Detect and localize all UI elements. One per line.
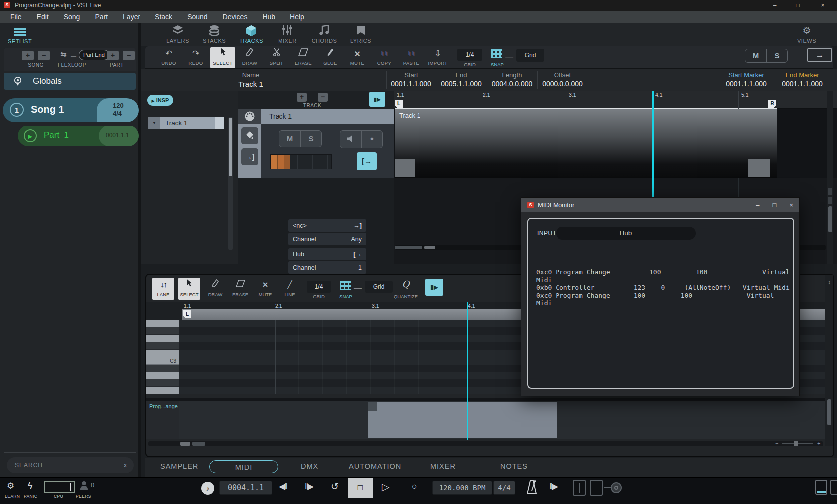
flexloop-icon[interactable]: ⇆ — [60, 50, 67, 59]
track-mute-button[interactable]: M — [279, 131, 300, 147]
editor-zoom-controls[interactable]: − + — [775, 440, 823, 447]
midi-monitor-titlebar[interactable]: S MIDI Monitor – □ × — [521, 198, 799, 212]
metronome-button[interactable] — [526, 480, 537, 497]
inspector-row-output-channel[interactable]: Channel 1 — [288, 261, 366, 274]
editor-mute-tool-button[interactable]: × MUTE — [254, 278, 276, 300]
setlist-part-item[interactable]: 0001.1.1 ▶ Part 1 — [18, 126, 139, 146]
track-vertical-scrollbar[interactable] — [827, 91, 833, 264]
snap-mode-select[interactable]: Grid — [516, 49, 544, 62]
record-button[interactable]: ○ — [412, 481, 417, 492]
stop-button[interactable]: □ — [348, 478, 373, 498]
track-strip-name[interactable]: Track 1 — [261, 109, 394, 124]
global-mute-button[interactable]: M — [745, 49, 766, 62]
part-right-flag[interactable]: R — [768, 100, 776, 108]
inspector-toggle-button[interactable]: ▶ INSP — [147, 95, 173, 106]
tab-notes[interactable]: NOTES — [500, 462, 528, 470]
grid-value-display[interactable]: 1/4 — [457, 49, 482, 61]
editor-select-tool-button[interactable]: SELECT — [178, 278, 200, 300]
record-arm-button[interactable]: ● — [361, 131, 382, 148]
part-event[interactable]: Track 1 — [395, 109, 777, 178]
tab-sampler[interactable]: SAMPLER — [160, 462, 198, 470]
tempo-display[interactable]: 120.000 BPM — [432, 481, 492, 495]
editor-playhead[interactable] — [467, 302, 468, 440]
lower-zone-toggle[interactable] — [815, 480, 827, 495]
program-change-clip[interactable] — [368, 402, 557, 438]
add-part-button[interactable]: + — [107, 51, 119, 60]
end-value[interactable]: 0005.1.1.000 — [436, 80, 487, 88]
monitor-close-button[interactable]: × — [789, 201, 793, 209]
autoscroll-button[interactable]: ▮▶ — [369, 92, 385, 107]
monitor-maximize-button[interactable]: □ — [773, 201, 777, 209]
length-value[interactable]: 0004.0.0.000 — [487, 80, 537, 88]
learn-button[interactable]: ⚙ — [7, 481, 14, 491]
level-knob[interactable] — [611, 482, 622, 493]
menu-stack[interactable]: Stack — [148, 11, 179, 23]
inspector-row-output[interactable]: Hub [→ — [288, 248, 366, 260]
undo-button[interactable]: ↶UNDO — [156, 47, 181, 68]
remove-part-button[interactable]: − — [123, 51, 135, 60]
menu-devices[interactable]: Devices — [216, 11, 254, 23]
flexloop-mode-select[interactable]: Part End — [79, 50, 109, 60]
copy-button[interactable]: ⧉COPY — [372, 47, 397, 68]
play-button[interactable]: ▷ — [382, 481, 389, 493]
monitor-speaker-button[interactable] — [340, 131, 361, 148]
controller-lane[interactable]: Prog...ange — [146, 398, 825, 439]
start-value[interactable]: 0001.1.1.000 — [386, 80, 436, 88]
tab-layers[interactable]: LAYERS — [160, 25, 196, 44]
menu-file[interactable]: File — [4, 11, 28, 23]
position-display[interactable]: 0004.1.1 — [219, 481, 272, 495]
window-maximize-button[interactable]: □ — [790, 0, 805, 11]
import-button[interactable]: ⇩IMPORT — [425, 47, 450, 68]
input-device-select[interactable]: Hub — [556, 227, 696, 240]
start-marker-value[interactable]: 0001.1.1.000 — [719, 80, 774, 88]
split-tool-button[interactable]: SPLIT — [264, 47, 289, 68]
inspector-row-input[interactable]: <nc> →] — [288, 219, 366, 232]
editor-erase-tool-button[interactable]: ERASE — [229, 278, 251, 300]
line-tool-button[interactable]: ╱ LINE — [279, 278, 301, 300]
editor-snap-button[interactable] — [340, 281, 351, 292]
views-button[interactable]: ⚙ VIEWS — [789, 25, 825, 44]
zoom-in-icon[interactable]: + — [817, 440, 820, 446]
follow-playhead-button[interactable]: ‖▶ — [549, 481, 557, 492]
inspector-vertical-scrollbar[interactable] — [228, 117, 233, 250]
editor-draw-tool-button[interactable]: DRAW — [204, 278, 226, 300]
next-part-button[interactable]: → — [807, 48, 832, 62]
inspector-row-input-channel[interactable]: Channel Any — [288, 233, 366, 245]
tempo-track-icon[interactable]: ♪ — [201, 482, 214, 495]
select-tool-button[interactable]: SELECT — [210, 47, 235, 68]
part-play-icon[interactable]: ▶ — [24, 129, 37, 142]
track-solo-button[interactable]: S — [300, 131, 321, 147]
menu-hub[interactable]: Hub — [256, 11, 281, 23]
monitor-minimize-button[interactable]: – — [756, 201, 759, 209]
menu-song[interactable]: Song — [57, 11, 87, 23]
menu-sound[interactable]: Sound — [181, 11, 214, 23]
panic-button[interactable]: ϟ — [28, 481, 33, 491]
zoom-out-icon[interactable]: − — [775, 440, 778, 446]
tab-stacks[interactable]: STACKS — [196, 25, 232, 44]
paste-button[interactable]: ⧉PASTE — [399, 47, 423, 68]
editor-snap-mode-select[interactable]: Grid — [365, 281, 393, 293]
tab-mixer[interactable]: MIXER — [430, 462, 456, 470]
add-track-button[interactable]: + — [297, 93, 307, 102]
global-solo-button[interactable]: S — [766, 49, 787, 62]
quantize-q-icon[interactable]: Q — [391, 279, 420, 289]
inspector-track-select[interactable]: ▼ Track 1 — [148, 117, 224, 129]
right-zone-toggle[interactable] — [830, 480, 837, 495]
window-minimize-button[interactable]: – — [767, 0, 782, 11]
menu-part[interactable]: Part — [88, 11, 114, 23]
setlist-tab[interactable]: SETLIST — [8, 28, 32, 44]
track-color-button[interactable] — [241, 127, 258, 144]
part-left-flag[interactable]: L — [395, 100, 403, 108]
menu-layer[interactable]: Layer — [116, 11, 146, 23]
offset-value[interactable]: 0000.0.0.000 — [537, 80, 588, 88]
editor-autoscroll-button[interactable]: ▮▶ — [425, 279, 443, 296]
timeline-ruler[interactable]: 1.1 2.1 3.1 4.1 5.1 L R — [394, 91, 837, 109]
redo-button[interactable]: ↷REDO — [183, 47, 208, 68]
track-output-button[interactable]: [→ — [357, 152, 377, 170]
menu-edit[interactable]: Edit — [30, 11, 55, 23]
mute-tool-button[interactable]: × MUTE — [345, 47, 370, 68]
tab-automation[interactable]: AUTOMATION — [349, 462, 401, 470]
add-song-button[interactable]: + — [22, 51, 34, 60]
key-c3[interactable]: C3 — [146, 357, 179, 365]
tab-lyrics[interactable]: LYRICS — [343, 25, 379, 44]
